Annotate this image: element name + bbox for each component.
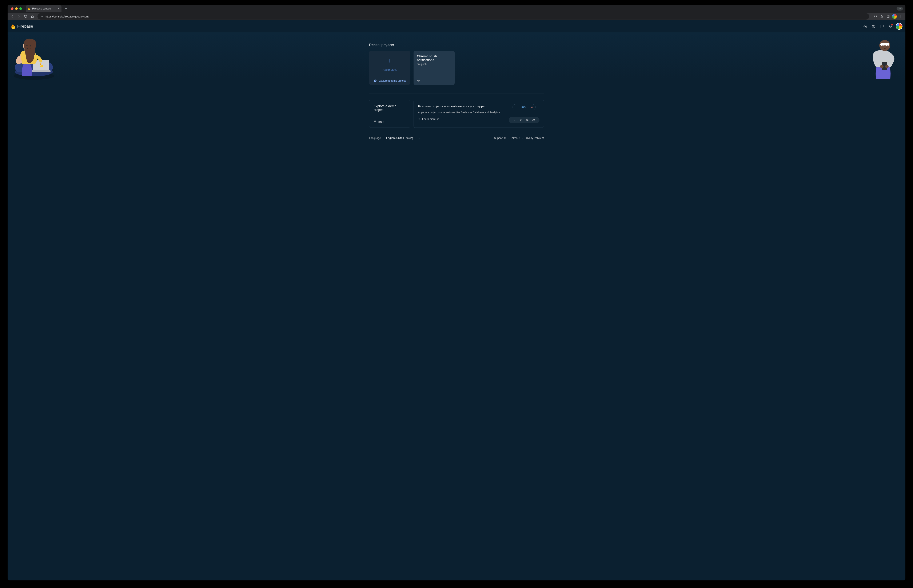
- hero-illustration-left: [10, 35, 58, 81]
- maximize-window[interactable]: [19, 7, 22, 10]
- profile-button[interactable]: [892, 13, 897, 19]
- tab-strip: Firebase console × +: [8, 5, 905, 13]
- svg-line-29: [866, 27, 866, 27]
- tab-overflow-button[interactable]: [897, 7, 903, 11]
- chevron-down-icon: [418, 137, 420, 139]
- browser-toolbar: https://console.firebase.google.com/: [8, 13, 905, 20]
- ios-icon: iOS+: [379, 121, 384, 123]
- menu-button[interactable]: [898, 13, 904, 19]
- site-info-icon[interactable]: [40, 15, 44, 18]
- help-button[interactable]: [871, 23, 877, 29]
- address-bar[interactable]: https://console.firebase.google.com/: [37, 13, 869, 19]
- web-platform-icon: [417, 79, 420, 82]
- svg-point-21: [880, 65, 884, 68]
- svg-point-37: [528, 120, 528, 120]
- project-card[interactable]: Chrome Push notifications crx-push: [414, 51, 455, 85]
- svg-line-30: [864, 27, 864, 27]
- containers-title: Firebase projects are containers for you…: [418, 104, 503, 108]
- lightbulb-icon: [418, 118, 421, 121]
- svg-point-5: [900, 15, 901, 16]
- analytics-icon: [513, 118, 516, 122]
- external-link-icon: [542, 137, 544, 139]
- svg-rect-12: [32, 70, 50, 72]
- explore-demo-card[interactable]: Explore a demo project iOS+: [369, 100, 410, 128]
- android-platform-pill: [513, 104, 520, 110]
- settings-icon: [519, 118, 522, 122]
- svg-point-14: [26, 45, 28, 46]
- explore-demo-label: Explore a demo project: [379, 79, 406, 82]
- support-link[interactable]: Support: [494, 137, 506, 139]
- add-project-card: ＋ Add project Explore a demo project: [369, 51, 410, 85]
- language-value: English (United States): [386, 137, 413, 139]
- firebase-top-bar: Firebase: [8, 20, 905, 32]
- labs-button[interactable]: [879, 13, 885, 19]
- svg-point-33: [873, 27, 874, 27]
- add-project-label: Add project: [383, 68, 397, 71]
- url-text: https://console.firebase.google.com/: [45, 15, 89, 18]
- svg-point-6: [900, 16, 901, 17]
- language-label: Language: [369, 137, 381, 139]
- svg-point-15: [30, 45, 31, 47]
- svg-line-31: [866, 25, 866, 26]
- brand-name: Firebase: [17, 24, 33, 29]
- containers-desc: Apps in a project share features like Re…: [418, 111, 503, 115]
- tab-firebase-console[interactable]: Firebase console ×: [26, 5, 62, 12]
- project-id: crx-push: [417, 63, 451, 66]
- svg-point-36: [526, 120, 527, 120]
- hero-illustration-right: [865, 35, 903, 81]
- firebase-logo[interactable]: Firebase: [11, 23, 33, 29]
- containers-info-card: Firebase projects are containers for you…: [414, 100, 544, 128]
- notification-badge: [891, 24, 893, 26]
- svg-rect-2: [42, 16, 42, 17]
- plus-icon: ＋: [387, 57, 393, 65]
- svg-line-28: [864, 25, 864, 26]
- svg-point-0: [41, 16, 42, 17]
- svg-rect-4: [889, 15, 889, 18]
- recent-projects-heading: Recent projects: [369, 43, 544, 47]
- new-tab-button[interactable]: +: [63, 6, 69, 11]
- external-link-icon: [437, 118, 439, 120]
- svg-point-35: [520, 120, 521, 121]
- divider: [369, 93, 544, 94]
- svg-rect-3: [887, 15, 888, 18]
- home-button[interactable]: [29, 13, 36, 19]
- platforms-diagram: iOS+: [509, 104, 539, 123]
- window-controls: [11, 7, 22, 10]
- compass-icon: [374, 79, 377, 82]
- extensions-button[interactable]: [873, 13, 879, 19]
- notifications-button[interactable]: [887, 23, 894, 29]
- reading-list-button[interactable]: [885, 13, 891, 19]
- close-tab-icon[interactable]: ×: [58, 7, 59, 10]
- project-name: Chrome Push notifications: [417, 54, 451, 62]
- learn-more-label: Learn more: [422, 118, 435, 121]
- svg-rect-17: [880, 44, 889, 45]
- android-icon: [374, 120, 377, 123]
- google-account-button[interactable]: [896, 23, 902, 30]
- explore-demo-link[interactable]: Explore a demo project: [369, 77, 410, 85]
- add-project-button[interactable]: ＋ Add project: [369, 51, 410, 77]
- svg-point-7: [900, 17, 901, 18]
- language-selector[interactable]: English (United States): [384, 135, 423, 141]
- forward-button[interactable]: [16, 13, 22, 19]
- svg-point-23: [864, 26, 866, 27]
- explore-demo-title: Explore a demo project: [374, 104, 406, 112]
- tab-title: Firebase console: [32, 7, 51, 10]
- external-link-icon: [518, 137, 521, 139]
- page-content: Firebase Recent pro: [8, 20, 905, 580]
- browser-window: Firebase console × + https://console.fir…: [8, 5, 905, 580]
- users-icon: [526, 118, 529, 122]
- external-link-icon: [504, 137, 506, 139]
- terms-link[interactable]: Terms: [510, 137, 521, 139]
- minimize-window[interactable]: [15, 7, 18, 10]
- ios-platform-pill: iOS+: [520, 104, 528, 110]
- web-platform-pill: [528, 104, 536, 110]
- reload-button[interactable]: [23, 13, 29, 19]
- feedback-button[interactable]: [879, 23, 885, 29]
- cloud-icon: [532, 118, 536, 122]
- close-window[interactable]: [11, 7, 13, 10]
- theme-toggle-button[interactable]: [862, 23, 868, 29]
- privacy-link[interactable]: Privacy Policy: [524, 137, 544, 139]
- firebase-favicon: [28, 7, 31, 10]
- learn-more-link[interactable]: Learn more: [418, 118, 439, 121]
- back-button[interactable]: [9, 13, 15, 19]
